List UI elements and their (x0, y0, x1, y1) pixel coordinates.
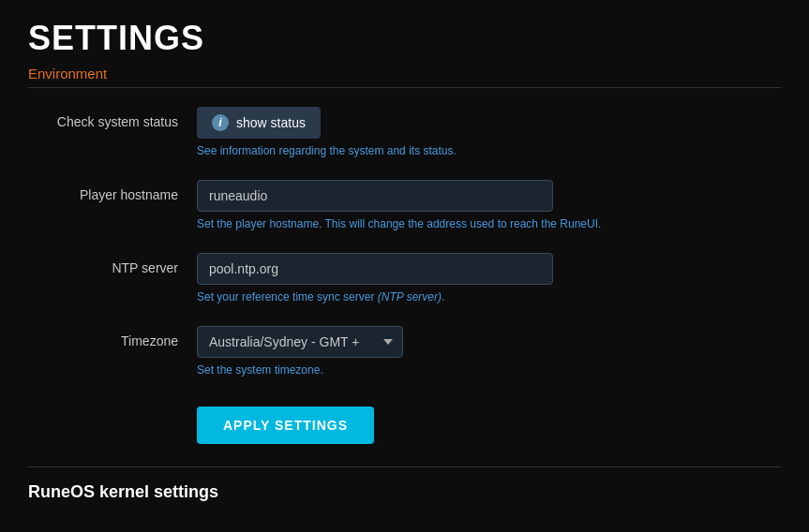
hostname-input[interactable] (197, 180, 553, 212)
label-player-hostname: Player hostname (28, 180, 197, 202)
help-text-system-status: See information regarding the system and… (197, 144, 781, 157)
apply-settings-button[interactable]: APPLY SETTINGS (197, 406, 374, 444)
info-icon: i (212, 114, 229, 131)
page-container: SETTINGS Environment Check system status… (0, 0, 809, 521)
apply-spacer (28, 399, 197, 406)
help-text-timezone: Set the system timezone. (197, 363, 781, 377)
page-title: SETTINGS (28, 19, 781, 58)
show-status-button[interactable]: i show status (197, 107, 321, 139)
row-check-system-status: Check system status i show status See in… (28, 107, 781, 157)
control-player-hostname: Set the player hostname. This will chang… (197, 180, 781, 230)
runeui-link[interactable]: RuneUI (560, 217, 598, 230)
row-ntp-server: NTP server Set your reference time sync … (28, 253, 781, 303)
help-text-ntp: Set your reference time sync server (NTP… (197, 290, 781, 303)
section-environment-header: Environment (28, 66, 781, 88)
row-apply: APPLY SETTINGS (28, 399, 781, 444)
control-apply: APPLY SETTINGS (197, 399, 781, 444)
label-ntp-server: NTP server (28, 253, 197, 275)
help-text-hostname: Set the player hostname. This will chang… (197, 217, 781, 230)
footer-section-header: RuneOS kernel settings (28, 466, 781, 502)
timezone-select[interactable]: Australia/Sydney - GMT + (197, 326, 403, 358)
control-timezone: Australia/Sydney - GMT + Set the system … (197, 326, 781, 377)
label-timezone: Timezone (28, 326, 197, 348)
label-check-system-status: Check system status (28, 107, 197, 129)
row-timezone: Timezone Australia/Sydney - GMT + Set th… (28, 326, 781, 377)
show-status-label: show status (236, 115, 306, 130)
control-check-system-status: i show status See information regarding … (197, 107, 781, 157)
ntp-server-input[interactable] (197, 253, 553, 285)
control-ntp-server: Set your reference time sync server (NTP… (197, 253, 781, 303)
row-player-hostname: Player hostname Set the player hostname.… (28, 180, 781, 230)
